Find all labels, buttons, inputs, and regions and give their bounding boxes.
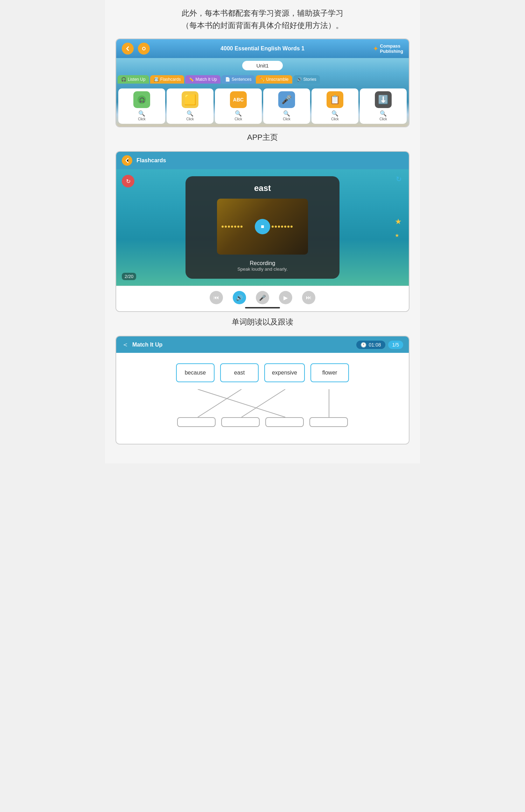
intro-line1: 此外，每本书都配套有学习资源，辅助孩子学习 <box>122 7 402 19</box>
fc-header: Flashcards <box>116 152 409 169</box>
top-word-cards: because east expensive flower <box>123 363 402 382</box>
match-icon: ✏️ <box>189 77 194 82</box>
card-unscramble[interactable]: 📋 🔍 Click <box>312 88 358 124</box>
click-label-1: Click <box>138 117 146 121</box>
bottom-card-4[interactable] <box>309 417 348 427</box>
tab-match-it-up[interactable]: ✏️ Match It Up <box>185 75 220 84</box>
click-icon-6: 🔍 <box>380 110 387 117</box>
flashcard-screenshot: Flashcards ↻ ↻ east <box>115 151 410 312</box>
app-title: 4000 Essential English Words 1 <box>220 45 304 52</box>
match-header: ＜ Match It Up 🕐 01:08 1/5 <box>116 336 409 353</box>
fc-share-button[interactable]: ↻ <box>122 175 134 187</box>
tab-stories[interactable]: 🔊 Stories <box>293 75 320 84</box>
page-pill: 1/5 <box>388 341 403 349</box>
fc-recording-text: Recording <box>250 260 275 266</box>
intro-text: 此外，每本书都配套有学习资源，辅助孩子学习 （每本书的封面背面有具体介绍好使用方… <box>115 7 410 31</box>
timer-value: 01:08 <box>369 342 381 348</box>
svg-point-0 <box>142 47 145 50</box>
sentences-icon: 📄 <box>225 77 230 82</box>
flash-card-icon: 🟨 <box>182 91 198 108</box>
match-content: because east expensive flower <box>116 353 409 444</box>
unit-pill[interactable]: Unit1 <box>242 61 282 70</box>
intro-line2: （每本书的封面背面有具体介绍好使用方法）。 <box>122 19 402 31</box>
card-stories[interactable]: ⬇️ 🔍 Click <box>360 88 407 124</box>
click-icon-5: 🔍 <box>331 110 338 117</box>
click-label-4: Click <box>283 117 290 121</box>
click-icon-3: 🔍 <box>235 110 242 117</box>
fc-card: east ■ <box>186 176 340 279</box>
bottom-card-1[interactable] <box>177 417 216 427</box>
fc-back-button[interactable] <box>122 155 132 166</box>
match-timer-area: 🕐 01:08 1/5 <box>356 341 403 349</box>
fc-waveform: ■ <box>222 219 303 234</box>
fc-record-button[interactable]: ■ <box>255 219 270 234</box>
click-label-5: Click <box>331 117 339 121</box>
flashcard-icon: 📇 <box>154 77 159 82</box>
page-container: 此外，每本书都配套有学习资源，辅助孩子学习 （每本书的封面背面有具体介绍好使用方… <box>105 0 420 463</box>
fc-play-button[interactable]: ▶ <box>279 291 292 304</box>
fc-home-indicator <box>245 307 280 308</box>
tab-listen-label: Listen Up <box>128 77 146 82</box>
tab-unscramble-label: Unscramble <box>266 77 288 82</box>
bottom-card-2[interactable] <box>221 417 260 427</box>
activity-bar: 🎧 Listen Up 📇 Flashcards ✏️ Match It Up … <box>116 73 409 86</box>
compass-text: Compass Publishing <box>380 43 403 54</box>
app-main-screenshot: 4000 Essential English Words 1 ✦ Compass… <box>115 38 410 127</box>
match-card-icon: ABC <box>230 91 247 108</box>
svg-text:🎧: 🎧 <box>139 97 145 103</box>
unscramble-icon: ✏️ <box>259 77 265 82</box>
tab-match-label: Match It Up <box>195 77 217 82</box>
word-card-expensive[interactable]: expensive <box>264 363 305 382</box>
tab-listen-up[interactable]: 🎧 Listen Up <box>118 75 149 84</box>
match-title: Match It Up <box>132 342 162 348</box>
fc-refresh-button[interactable]: ↻ <box>396 175 402 183</box>
card-flashcards[interactable]: 🟨 🔍 Click <box>167 88 214 124</box>
match-screenshot: ＜ Match It Up 🕐 01:08 1/5 because east e… <box>115 336 410 444</box>
star-icon-1: ★ <box>395 217 402 226</box>
bottom-card-3[interactable] <box>265 417 304 427</box>
fc-card-image: ■ <box>217 199 308 255</box>
stories-card-icon: ⬇️ <box>375 91 392 108</box>
word-card-east[interactable]: east <box>220 363 259 382</box>
listen-card-icon: 🎧 <box>133 91 150 108</box>
fc-volume-button[interactable]: 🔊 <box>233 291 246 304</box>
back-button[interactable] <box>122 43 134 55</box>
flashcard-label: 单词朗读以及跟读 <box>115 317 410 327</box>
fc-dot-line-left <box>222 226 253 228</box>
tab-flashcards[interactable]: 📇 Flashcards <box>150 75 184 84</box>
fc-main: ↻ ↻ east <box>116 169 409 286</box>
wrench-button[interactable] <box>138 43 150 55</box>
timer-pill: 🕐 01:08 <box>356 341 385 349</box>
fc-dot-line-right <box>272 226 303 228</box>
clock-icon: 🕐 <box>360 342 366 348</box>
match-back-button[interactable]: ＜ <box>122 340 129 349</box>
click-icon-4: 🔍 <box>283 110 290 117</box>
tab-stories-label: Stories <box>303 77 316 82</box>
activity-cards-area: 🎧 🔍 Click 🟨 🔍 Click ABC 🔍 <box>116 86 409 127</box>
fc-recording-sub: Speak loudly and clearly. <box>237 266 288 272</box>
click-label-6: Click <box>379 117 387 121</box>
fc-next-button[interactable]: ⏭ <box>302 291 315 304</box>
card-listen-up[interactable]: 🎧 🔍 Click <box>118 88 165 124</box>
bottom-word-cards <box>123 417 402 427</box>
svg-line-4 <box>198 389 241 417</box>
fc-controls: ⏮ 🔊 🎤 ▶ ⏭ <box>116 286 409 311</box>
word-card-flower[interactable]: flower <box>310 363 349 382</box>
word-card-because[interactable]: because <box>176 363 215 382</box>
svg-line-5 <box>241 389 285 417</box>
card-sentences[interactable]: 🎤 🔍 Click <box>263 88 310 124</box>
tab-unscramble[interactable]: ✏️ Unscramble <box>256 75 292 84</box>
fc-stars: ★ ★ <box>395 217 402 238</box>
fc-mic-button[interactable]: 🎤 <box>256 291 269 304</box>
sentences-card-icon: 🎤 <box>278 91 295 108</box>
headphone-icon: 🎧 <box>121 77 126 82</box>
app-main-label: APP主页 <box>115 132 410 143</box>
fc-prev-button[interactable]: ⏮ <box>210 291 223 304</box>
fc-title: Flashcards <box>136 157 166 164</box>
unscramble-card-icon: 📋 <box>327 91 343 108</box>
click-label-2: Click <box>186 117 194 121</box>
tab-flash-label: Flashcards <box>160 77 181 82</box>
card-match-it-up[interactable]: ABC 🔍 Click <box>215 88 262 124</box>
tab-sentences[interactable]: 📄 Sentences <box>222 75 255 84</box>
fc-counter: 2/20 <box>122 273 136 280</box>
